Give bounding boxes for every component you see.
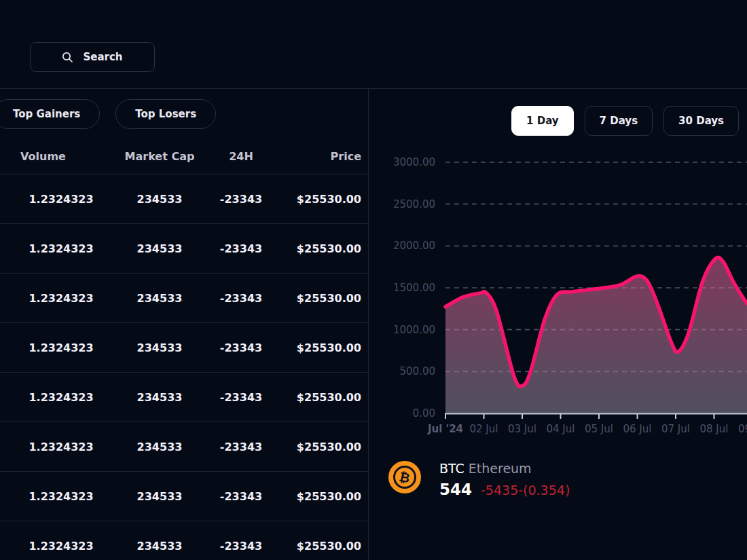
market-list-panel: Top GainersTop Losers VolumeMarket Cap24… [0,89,369,560]
table-cell: 1.2324323 [0,292,122,305]
table-cell: 234533 [122,341,197,354]
table-cell: $25530.00 [285,391,361,404]
column-header-price: Price [285,150,361,163]
table-cell: -23343 [197,292,285,305]
x-axis-label: 05 Jul [585,423,613,435]
y-axis-label: 1000.00 [393,324,435,336]
table-cell: 234533 [122,242,197,255]
table-row[interactable]: 1.2324323234533-23343$25530.00 [0,323,369,373]
market-table: VolumeMarket Cap24HPrice 1.2324323234533… [0,139,369,560]
table-cell: $25530.00 [285,242,361,255]
table-cell: -23343 [197,540,285,553]
table-row[interactable]: 1.2324323234533-23343$25530.00 [0,472,369,521]
x-axis-label: 03 Jul [508,423,536,435]
y-axis-label: 0.00 [413,407,435,419]
column-header-volume: Volume [0,150,122,163]
bitcoin-icon-ring: ₿ [393,466,416,489]
table-cell: 234533 [122,193,197,206]
x-axis-label: 08 Jul [700,423,729,435]
topbar: Search [0,0,747,89]
table-cell: 1.2324323 [0,391,122,404]
table-cell: $25530.00 [285,292,361,305]
x-axis-label: 06 Jul [623,423,652,435]
chart-panel: 1 Day7 Days30 Days 0.00500.001000.001500… [369,89,747,560]
table-row[interactable]: 1.2324323234533-23343$25530.00 [0,373,369,422]
x-axis-label: 04 Jul [547,423,575,435]
table-cell: 234533 [122,441,197,453]
table-cell: -23343 [197,391,285,404]
coin-name: Ethereum [469,461,532,476]
y-axis-label: 2500.00 [393,198,435,210]
table-row[interactable]: 1.2324323234533-23343$25530.00 [0,521,369,560]
table-cell: 234533 [122,391,197,404]
table-cell: $25530.00 [285,490,361,503]
coin-text: BTCEthereum 544 -5435-(0.354) [439,460,570,498]
tab-top-gainers[interactable]: Top Gainers [0,99,100,129]
table-cell: 1.2324323 [0,490,122,503]
table-row[interactable]: 1.2324323234533-23343$25530.00 [0,224,369,274]
search-input[interactable]: Search [30,42,155,72]
x-axis-label: 02 Jul [470,423,498,435]
y-axis-label: 500.00 [400,365,436,377]
tab-row: Top GainersTop Losers [0,99,216,129]
coin-change: -5435-(0.354) [481,483,570,498]
y-axis-label: 3000.00 [393,156,435,168]
tab-top-losers[interactable]: Top Losers [115,99,216,129]
table-header-row: VolumeMarket Cap24HPrice [0,139,369,174]
search-label: Search [83,51,122,63]
table-cell: 234533 [122,490,197,503]
table-cell: -23343 [197,490,285,503]
table-cell: $25530.00 [285,341,361,354]
search-icon [62,52,73,63]
table-row[interactable]: 1.2324323234533-23343$25530.00 [0,422,369,472]
table-cell: 1.2324323 [0,193,122,206]
bitcoin-glyph: ₿ [398,470,411,485]
coin-price-row: 544 -5435-(0.354) [439,481,570,498]
x-axis-label: 07 Jul [661,423,690,435]
table-cell: 234533 [122,540,197,553]
table-cell: -23343 [197,242,285,255]
x-axis-label: 09 Jul [738,423,747,435]
table-row[interactable]: 1.2324323234533-23343$25530.00 [0,174,369,224]
table-cell: $25530.00 [285,193,361,206]
coin-info: ₿ BTCEthereum 544 -5435-(0.354) [388,460,570,498]
table-cell: 1.2324323 [0,341,122,354]
coin-symbol: BTC [439,461,464,476]
bitcoin-icon: ₿ [388,461,421,493]
table-cell: -23343 [197,193,285,206]
table-cell: 1.2324323 [0,540,122,553]
column-header-market-cap: Market Cap [122,150,197,163]
table-cell: $25530.00 [285,540,361,553]
table-row[interactable]: 1.2324323234533-23343$25530.00 [0,274,369,323]
table-cell: -23343 [197,341,285,354]
coin-price: 544 [439,481,472,498]
x-axis-label: Jul '24 [427,423,463,435]
table-cell: $25530.00 [285,441,361,453]
table-cell: 1.2324323 [0,441,122,453]
table-body: 1.2324323234533-23343$25530.001.23243232… [0,174,369,560]
table-cell: 1.2324323 [0,242,122,255]
table-cell: 234533 [122,292,197,305]
column-header-24h: 24H [197,150,285,163]
y-axis-label: 1500.00 [393,282,435,294]
table-cell: -23343 [197,441,285,453]
y-axis-label: 2000.00 [393,240,435,252]
coin-title: BTCEthereum [439,460,570,477]
